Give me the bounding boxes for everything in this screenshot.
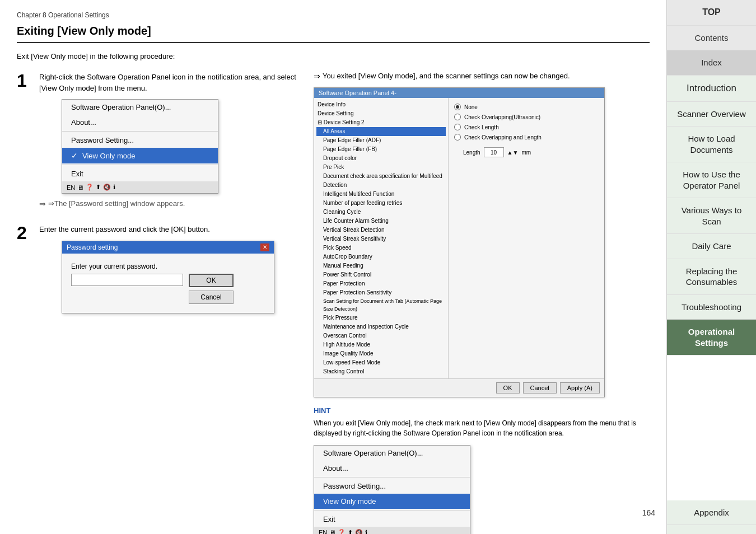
sidebar: TOP Contents Index Introduction Scanner … [666, 0, 756, 534]
menu-item-view-only[interactable]: ✓ View Only mode [62, 148, 218, 163]
tree-pick-pressure[interactable]: Pick Pressure [316, 313, 446, 322]
step-2-number: 2 [17, 224, 39, 319]
tree-image-quality[interactable]: Image Quality Mode [316, 349, 446, 358]
tree-pre-pick[interactable]: Pre Pick [316, 163, 446, 172]
length-unit: mm [521, 149, 531, 156]
sw-panel-right: None Check Overlapping(Ultrasonic) Check… [449, 98, 604, 378]
tree-cleaning[interactable]: Cleaning Cycle [316, 208, 446, 217]
tree-doc-check[interactable]: Document check area specification for Mu… [316, 172, 446, 190]
dialog-title: Password setting [67, 243, 118, 251]
radio-check-length[interactable]: Check Length [454, 124, 599, 130]
footer-icon-2: ❓ [86, 184, 94, 191]
menu2-view-only[interactable]: View Only mode [314, 494, 470, 509]
ok-button[interactable]: OK [189, 274, 234, 287]
step-1-hint: ⇒The [Password setting] window appears. [39, 199, 297, 208]
sidebar-item-various-ways[interactable]: Various Ways to Scan [667, 198, 756, 234]
length-input[interactable] [484, 147, 504, 157]
right-column: You exited [View Only mode], and the sca… [314, 72, 650, 534]
radio-overlapping-length[interactable]: Check Overlapping and Length [454, 134, 599, 140]
tree-page-edge-fb[interactable]: Page Edge Filler (FB) [316, 145, 446, 154]
radio-overlapping[interactable]: Check Overlapping(Ultrasonic) [454, 114, 599, 120]
sidebar-item-appendix[interactable]: Appendix [667, 500, 756, 526]
tree-overscan[interactable]: Overscan Control [316, 331, 446, 340]
tree-paper-protection[interactable]: Paper Protection [316, 279, 446, 288]
tree-device-setting[interactable]: Device Setting [316, 109, 446, 118]
menu2-password-label: Password Setting... [323, 482, 386, 490]
tree-low-speed[interactable]: Low-speed Feed Mode [316, 358, 446, 367]
checkmark-icon: ✓ [71, 151, 78, 160]
sidebar-item-daily-care[interactable]: Daily Care [667, 234, 756, 259]
tree-device-setting-2[interactable]: ⊟ Device Setting 2 [316, 118, 446, 127]
password-input[interactable] [71, 274, 183, 286]
tree-scan-setting[interactable]: Scan Setting for Document with Tab (Auto… [316, 297, 446, 313]
radio-none[interactable]: None [454, 104, 599, 110]
sidebar-item-replacing[interactable]: Replacing the Consumables [667, 259, 756, 295]
sw-ok-button[interactable]: OK [496, 382, 520, 394]
tree-stacking[interactable]: Stacking Control [316, 367, 446, 376]
tree-life-counter[interactable]: Life Counter Alarm Setting [316, 217, 446, 226]
tree-vertical-streak-sens[interactable]: Vertical Streak Sensitivity [316, 235, 446, 243]
menu-item-exit[interactable]: Exit [62, 166, 218, 181]
step-1-text: Right-click the Software Operation Panel… [39, 72, 297, 93]
menu2-about[interactable]: About... [314, 461, 470, 476]
menu-item-software-op[interactable]: Software Operation Panel(O)... [62, 100, 218, 115]
sidebar-item-how-operator[interactable]: How to Use the Operator Panel [667, 162, 756, 198]
tree-paper-prot-sens[interactable]: Paper Protection Sensitivity [316, 288, 446, 297]
sidebar-item-glossary[interactable]: Glossary [667, 525, 756, 534]
radio-overlapping-circle [454, 114, 461, 120]
result-text-content: You exited [View Only mode], and the sca… [323, 72, 570, 80]
tree-power-shift[interactable]: Power Shift Control [316, 270, 446, 279]
tree-maintenance[interactable]: Maintenance and Inspection Cycle [316, 322, 446, 331]
tree-dropout[interactable]: Dropout color [316, 154, 446, 163]
page-title: Exiting [View Only mode] [17, 25, 650, 43]
sidebar-item-index[interactable]: Index [667, 50, 756, 76]
sw-cancel-button[interactable]: Cancel [523, 382, 557, 394]
sidebar-item-scanner-overview[interactable]: Scanner Overview [667, 102, 756, 127]
tree-manual-feeding[interactable]: Manual Feeding [316, 261, 446, 270]
menu2-footer-icon-4: 🔇 [355, 529, 363, 534]
menu-divider-2 [62, 165, 218, 165]
menu-item-software-op-label: Software Operation Panel(O)... [71, 103, 171, 111]
sidebar-item-intro[interactable]: Introduction [667, 76, 756, 102]
menu-item-password[interactable]: Password Setting... [62, 133, 218, 148]
up-down-arrows[interactable]: ▲▼ [507, 149, 519, 156]
radio-none-circle [454, 104, 461, 110]
tree-autocrop[interactable]: AutoCrop Boundary [316, 252, 446, 261]
page-number: 164 [642, 503, 655, 523]
sidebar-item-top[interactable]: TOP [667, 0, 756, 26]
menu-item-about[interactable]: About... [62, 115, 218, 130]
radio-none-label: None [464, 104, 478, 110]
dialog-input-row: OK Cancel [71, 274, 265, 304]
sidebar-item-operational[interactable]: Operational Settings [667, 320, 756, 355]
tree-high-altitude[interactable]: High Altitude Mode [316, 340, 446, 349]
sw-apply-button[interactable]: Apply (A) [560, 382, 600, 394]
menu2-password[interactable]: Password Setting... [314, 479, 470, 494]
menu2-software-op[interactable]: Software Operation Panel(O)... [314, 446, 470, 461]
menu2-footer-icon-3: ⬆ [348, 529, 353, 534]
dialog-label: Enter your current password. [71, 263, 265, 270]
dialog-close-button[interactable]: ✕ [260, 243, 269, 251]
menu-footer: EN 🖥 ❓ ⬆ 🔇 ℹ [62, 181, 218, 193]
sidebar-item-how-load[interactable]: How to Load Documents [667, 127, 756, 162]
hint-title: HINT [314, 406, 650, 415]
result-text: You exited [View Only mode], and the sca… [314, 72, 650, 81]
dialog-input-col [71, 274, 183, 286]
menu2-software-op-label: Software Operation Panel(O)... [323, 449, 423, 457]
sidebar-item-troubleshooting[interactable]: Troubleshooting [667, 295, 756, 320]
menu-item-exit-label: Exit [71, 170, 83, 178]
sw-panel-footer: OK Cancel Apply (A) [314, 378, 604, 397]
tree-intelligent[interactable]: Intelligent Multifeed Function [316, 190, 446, 199]
tree-all-areas[interactable]: All Areas [316, 127, 446, 136]
menu2-footer-icon-2: ❓ [338, 529, 346, 534]
tree-device-info[interactable]: Device Info [316, 100, 446, 109]
step-1-hint-text: ⇒The [Password setting] window appears. [48, 199, 185, 208]
tree-page-edge-adf[interactable]: Page Edge Filler (ADF) [316, 136, 446, 145]
cancel-button[interactable]: Cancel [189, 291, 234, 304]
menu2-exit[interactable]: Exit [314, 512, 470, 527]
tree-pick-speed[interactable]: Pick Speed [316, 243, 446, 252]
length-row: Length ▲▼ mm [463, 147, 599, 157]
sidebar-item-contents[interactable]: Contents [667, 26, 756, 51]
intro-text: Exit [View Only mode] in the following p… [17, 52, 650, 60]
tree-vertical-streak-det[interactable]: Vertical Streak Detection [316, 226, 446, 235]
tree-num-paper[interactable]: Number of paper feeding retries [316, 199, 446, 208]
